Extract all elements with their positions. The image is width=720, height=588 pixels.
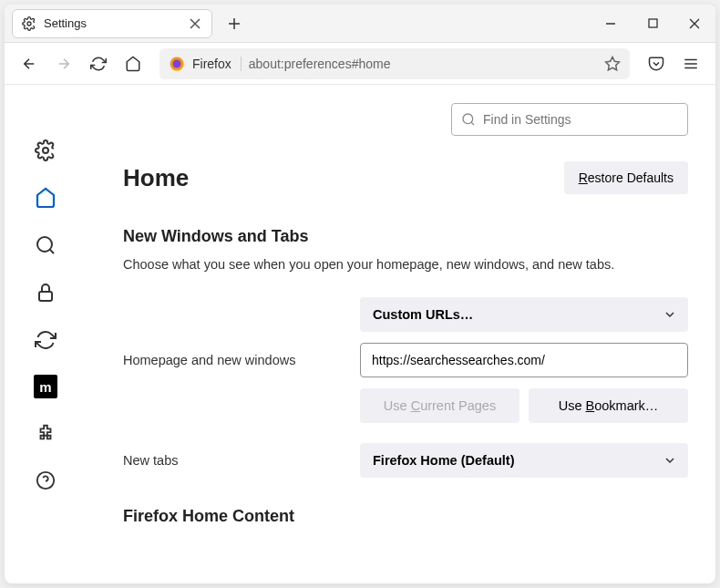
sidebar-sync[interactable] — [33, 327, 58, 353]
toolbar: Firefox about:preferences#home — [5, 43, 715, 85]
titlebar: Settings — [5, 5, 715, 43]
section-title-windows-tabs: New Windows and Tabs — [123, 227, 688, 246]
sidebar-help[interactable] — [33, 468, 58, 493]
home-button[interactable] — [118, 48, 149, 79]
chevron-down-icon — [664, 455, 675, 466]
chevron-down-icon — [664, 309, 675, 320]
restore-defaults-button[interactable]: Restore Defaults — [564, 161, 688, 194]
select-value: Firefox Home (Default) — [373, 453, 515, 468]
minimize-button[interactable] — [590, 5, 632, 43]
use-current-pages-button: Use Current Pages — [360, 388, 519, 423]
urlbar-brand: Firefox — [192, 57, 242, 71]
new-tab-button[interactable] — [220, 9, 249, 38]
forward-button — [48, 48, 79, 79]
newtabs-select[interactable]: Firefox Home (Default) — [360, 443, 688, 478]
svg-marker-4 — [606, 57, 620, 69]
newtabs-label: New tabs — [123, 453, 360, 468]
close-window-button[interactable] — [674, 5, 715, 43]
svg-line-15 — [471, 122, 474, 125]
svg-point-9 — [37, 237, 52, 252]
select-value: Custom URLs… — [373, 307, 473, 322]
svg-point-3 — [173, 59, 181, 67]
section-title-home-content: Firefox Home Content — [123, 507, 688, 526]
main-content: Home Restore Defaults New Windows and Ta… — [87, 85, 715, 583]
homepage-mode-select[interactable]: Custom URLs… — [360, 297, 688, 332]
sidebar-search[interactable] — [33, 232, 58, 258]
url-bar[interactable]: Firefox about:preferences#home — [159, 48, 630, 79]
sidebar-extensions[interactable] — [33, 420, 58, 446]
gear-icon — [22, 16, 36, 31]
menu-button[interactable] — [675, 48, 706, 79]
urlbar-url: about:preferences#home — [249, 57, 597, 71]
search-icon — [461, 112, 476, 127]
homepage-label: Homepage and new windows — [123, 353, 360, 367]
bookmark-star-icon[interactable] — [604, 56, 621, 72]
firefox-icon — [169, 56, 185, 72]
svg-point-0 — [27, 22, 31, 26]
pocket-button[interactable] — [641, 48, 672, 79]
page-title: Home — [123, 164, 189, 192]
search-input[interactable] — [483, 112, 678, 127]
sidebar: m — [5, 85, 87, 583]
section-desc: Choose what you see when you open your h… — [123, 257, 688, 272]
svg-rect-1 — [649, 19, 657, 27]
use-bookmark-button[interactable]: Use Bookmark… — [529, 388, 688, 423]
tab-label: Settings — [44, 16, 180, 30]
svg-line-10 — [50, 250, 54, 253]
search-settings[interactable] — [451, 103, 688, 136]
sidebar-more[interactable]: m — [34, 375, 57, 398]
reload-button[interactable] — [83, 48, 114, 79]
maximize-button[interactable] — [632, 5, 674, 43]
svg-point-8 — [43, 148, 48, 153]
sidebar-home[interactable] — [33, 185, 58, 211]
homepage-url-input[interactable] — [360, 343, 688, 377]
close-icon[interactable] — [188, 16, 202, 31]
sidebar-general[interactable] — [33, 138, 58, 163]
svg-rect-11 — [39, 292, 52, 301]
sidebar-privacy[interactable] — [33, 280, 58, 305]
back-button[interactable] — [14, 48, 45, 79]
browser-tab[interactable]: Settings — [12, 9, 212, 38]
svg-point-14 — [463, 114, 473, 124]
